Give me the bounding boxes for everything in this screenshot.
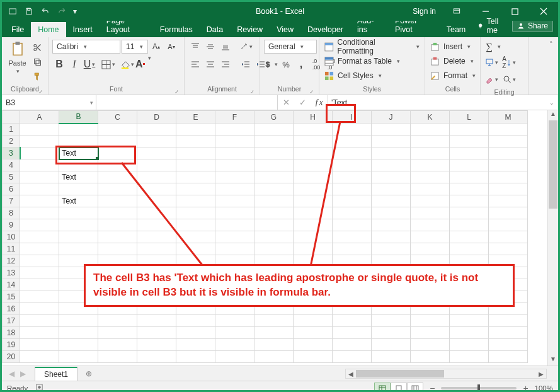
number-format-dropdown[interactable]: General▾ [264, 40, 317, 54]
cell[interactable] [450, 147, 489, 159]
cell[interactable] [450, 207, 489, 219]
view-page-layout-button[interactable] [391, 383, 407, 393]
cell[interactable] [98, 195, 137, 207]
delete-cells-button[interactable]: Delete▾ [429, 55, 475, 67]
select-all-cell[interactable] [3, 111, 20, 124]
row-header[interactable]: 20 [3, 351, 20, 363]
tab-developer[interactable]: Developer [300, 22, 350, 37]
cell[interactable] [333, 219, 372, 231]
cell[interactable] [372, 231, 411, 243]
cell[interactable] [215, 159, 254, 171]
conditional-formatting-button[interactable]: Conditional Formatting▾ [323, 40, 421, 53]
cell[interactable] [98, 327, 137, 339]
cell[interactable] [98, 315, 137, 327]
cell[interactable] [254, 243, 294, 255]
cell[interactable] [333, 171, 372, 183]
cell[interactable] [137, 243, 176, 255]
cell[interactable] [215, 243, 254, 255]
font-family-dropdown[interactable]: Calibri▾ [52, 40, 120, 54]
view-page-break-button[interactable] [407, 383, 423, 393]
cell[interactable] [254, 219, 294, 231]
cell[interactable] [450, 124, 489, 135]
cell[interactable] [411, 159, 450, 171]
ribbon-display-options-icon[interactable] [442, 2, 471, 21]
cell[interactable] [215, 315, 254, 327]
cell[interactable] [372, 243, 411, 255]
format-cells-button[interactable]: Format▾ [429, 69, 477, 82]
decrease-font-button[interactable]: A▾ [164, 40, 178, 54]
cell[interactable] [176, 159, 215, 171]
accounting-format-button[interactable]: $▾ [264, 57, 278, 71]
number-launcher-icon[interactable]: ◞ [307, 86, 315, 93]
borders-button[interactable]: ▾ [101, 57, 115, 71]
cell[interactable] [215, 351, 254, 363]
bold-button[interactable]: B [52, 57, 66, 71]
cell[interactable] [254, 231, 294, 243]
insert-function-button[interactable]: ƒx [311, 98, 327, 108]
cell[interactable] [20, 339, 59, 351]
cell[interactable] [176, 207, 215, 219]
cell[interactable] [333, 339, 372, 351]
tab-home[interactable]: Home [31, 22, 66, 37]
row-header[interactable]: 19 [3, 339, 20, 351]
cell[interactable] [294, 171, 333, 183]
cell[interactable] [489, 195, 528, 207]
cell[interactable] [294, 327, 333, 339]
cell[interactable] [98, 351, 137, 363]
italic-button[interactable]: I [67, 57, 81, 71]
cell[interactable] [215, 339, 254, 351]
cell[interactable] [333, 327, 372, 339]
cell[interactable] [450, 171, 489, 183]
zoom-slider[interactable] [441, 387, 517, 389]
cancel-formula-button[interactable]: ✕ [278, 98, 294, 107]
column-header[interactable]: F [215, 111, 254, 124]
cell[interactable] [137, 207, 176, 219]
cell[interactable] [411, 231, 450, 243]
cell[interactable] [489, 315, 528, 327]
column-header[interactable]: E [176, 111, 215, 124]
cell[interactable] [411, 183, 450, 195]
cell[interactable] [20, 171, 59, 183]
cell[interactable] [59, 124, 98, 135]
cell[interactable] [294, 351, 333, 363]
row-header[interactable]: 6 [3, 183, 20, 195]
column-header[interactable]: M [489, 111, 528, 124]
cell[interactable] [20, 207, 59, 219]
cell[interactable] [176, 315, 215, 327]
cell[interactable] [411, 243, 450, 255]
cell[interactable] [333, 315, 372, 327]
column-header[interactable]: A [20, 111, 59, 124]
cell[interactable] [489, 339, 528, 351]
cell[interactable] [20, 255, 59, 267]
cell[interactable] [20, 243, 59, 255]
share-button[interactable]: Share [512, 20, 553, 32]
cell[interactable] [294, 159, 333, 171]
tell-me-search[interactable]: Tell me [472, 14, 510, 37]
decrease-indent-button[interactable] [239, 57, 253, 71]
column-header[interactable]: L [450, 111, 489, 124]
quickaccess-save-icon[interactable] [21, 2, 37, 21]
cell[interactable] [333, 159, 372, 171]
cell[interactable] [20, 147, 59, 159]
close-button[interactable] [529, 2, 558, 21]
cell[interactable] [176, 351, 215, 363]
cell[interactable] [20, 183, 59, 195]
row-header[interactable]: 5 [3, 171, 20, 183]
cell[interactable] [137, 219, 176, 231]
cell[interactable] [176, 231, 215, 243]
cell[interactable] [20, 195, 59, 207]
cell[interactable] [20, 291, 59, 303]
cell[interactable] [489, 351, 528, 363]
column-header[interactable]: I [333, 111, 372, 124]
macro-record-icon[interactable] [35, 383, 43, 392]
cell[interactable] [176, 327, 215, 339]
quickaccess-customize-icon[interactable]: ▾ [70, 2, 80, 21]
cell[interactable] [450, 135, 489, 147]
cell[interactable] [98, 231, 137, 243]
collapse-ribbon-button[interactable]: ˄ [546, 38, 557, 50]
cell[interactable] [411, 195, 450, 207]
cell[interactable] [98, 339, 137, 351]
cell[interactable] [215, 183, 254, 195]
cell[interactable] [411, 327, 450, 339]
expand-formula-bar-button[interactable]: ⌄ [546, 95, 558, 110]
